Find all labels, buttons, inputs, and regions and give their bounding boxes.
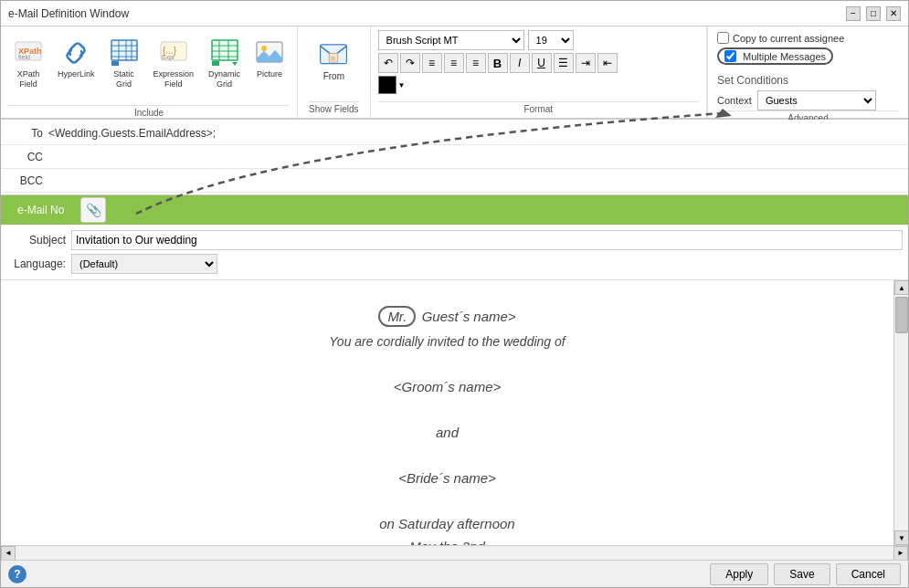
outdent-button[interactable]: ⇤ xyxy=(597,53,618,73)
to-row: To xyxy=(1,121,908,145)
cancel-button[interactable]: Cancel xyxy=(836,563,901,585)
body-line-9 xyxy=(37,493,857,509)
context-row: Context Guests xyxy=(717,90,899,110)
scroll-right-button[interactable]: ► xyxy=(893,546,908,561)
align-left-button[interactable]: ≡ xyxy=(422,53,442,73)
dynamic-grid-icon xyxy=(210,38,239,68)
save-button[interactable]: Save xyxy=(774,563,830,585)
underline-button[interactable]: U xyxy=(532,53,552,73)
svg-rect-21 xyxy=(212,61,219,66)
status-left: ? xyxy=(8,565,26,583)
static-grid-label: StaticGrid xyxy=(113,69,134,89)
svg-point-23 xyxy=(261,46,267,51)
italic-button[interactable]: I xyxy=(510,53,530,73)
email-body-content-area[interactable]: Mr. Guest´s name> You are cordially invi… xyxy=(1,280,893,545)
to-input[interactable] xyxy=(48,123,903,143)
color-picker[interactable]: ▼ xyxy=(378,76,406,94)
body-line-6: and xyxy=(37,425,857,440)
svg-rect-3 xyxy=(111,40,137,60)
font-dropdown[interactable]: Brush Script MT xyxy=(378,30,524,50)
bold-button[interactable]: B xyxy=(488,53,508,73)
static-grid-tool[interactable]: StaticGrid xyxy=(104,36,144,92)
expression-field-icon: {...} Expr xyxy=(159,38,188,68)
email-body-content: Mr. Guest´s name> You are cordially invi… xyxy=(1,280,893,545)
h-scroll-track xyxy=(16,548,893,559)
apply-button[interactable]: Apply xyxy=(710,563,768,585)
xpath-field-label: XPathField xyxy=(17,69,40,89)
svg-text:⊞: ⊞ xyxy=(331,55,335,61)
svg-rect-10 xyxy=(111,61,119,66)
minimize-button[interactable]: − xyxy=(846,6,861,21)
font-size-dropdown[interactable]: 19 xyxy=(528,30,574,50)
attachment-button[interactable]: 📎 xyxy=(80,197,106,223)
format-row-font: Brush Script MT 19 xyxy=(378,30,699,50)
align-center-button[interactable]: ≡ xyxy=(444,53,464,73)
redo-button[interactable]: ↷ xyxy=(400,53,420,73)
format-row-buttons: ↶ ↷ ≡ ≡ ≡ B I U ☰ ⇥ ⇤ xyxy=(378,53,699,73)
copy-assignee-checkbox[interactable] xyxy=(717,32,729,44)
ribbon-include-section: XPath field XPathField xyxy=(1,26,298,118)
window-title: e-Mail Definition Window xyxy=(8,7,129,20)
set-conditions-link[interactable]: Set Conditions xyxy=(717,74,899,87)
body-line-11: May the 2nd xyxy=(37,539,857,545)
maximize-button[interactable]: □ xyxy=(866,6,881,21)
email-no-tab: e-Mail No xyxy=(8,204,73,216)
cc-label: CC xyxy=(6,151,43,163)
cc-input[interactable] xyxy=(48,147,903,167)
email-fields: To CC BCC xyxy=(1,120,908,195)
format-section: Brush Script MT 19 ↶ ↷ ≡ ≡ ≡ B I U ☰ xyxy=(371,26,707,118)
static-grid-icon xyxy=(110,38,139,68)
bcc-label: BCC xyxy=(6,174,43,187)
subject-label: Subject xyxy=(6,234,66,247)
status-right: Apply Save Cancel xyxy=(710,563,901,585)
context-dropdown[interactable]: Guests xyxy=(757,90,876,110)
body-line-7 xyxy=(37,447,857,463)
scroll-thumb[interactable] xyxy=(895,297,908,333)
context-label: Context xyxy=(717,95,752,106)
copy-assignee-label: Copy to current assignee xyxy=(733,33,844,44)
set-conditions-container: Set Conditions Context Guests xyxy=(717,74,899,110)
picture-tool[interactable]: Picture xyxy=(249,36,290,82)
ribbon: XPath field XPathField xyxy=(1,26,908,120)
ribbon-main: XPath field XPathField xyxy=(1,26,908,118)
indent-button[interactable]: ⇥ xyxy=(576,53,596,73)
subject-input[interactable] xyxy=(71,230,903,250)
hyperlink-tool[interactable]: HyperLink xyxy=(52,36,100,82)
svg-rect-14 xyxy=(212,40,238,60)
from-label: From xyxy=(323,71,344,82)
multiple-messages-highlight: Multiple Messages xyxy=(717,47,833,65)
email-no-tab-row: e-Mail No 📎 xyxy=(1,195,908,225)
window-controls: − □ ✕ xyxy=(846,6,901,21)
expression-field-tool[interactable]: {...} Expr ExpressionField xyxy=(148,36,200,92)
list-button[interactable]: ☰ xyxy=(554,53,574,73)
multiple-messages-checkbox[interactable] xyxy=(724,50,736,62)
scroll-up-button[interactable]: ▲ xyxy=(894,280,908,295)
subject-area: Subject Language: (Default) xyxy=(1,225,908,280)
scroll-left-button[interactable]: ◄ xyxy=(1,546,16,561)
bcc-row: BCC xyxy=(1,169,908,193)
title-bar: e-Mail Definition Window − □ ✕ xyxy=(1,1,908,26)
svg-text:Expr: Expr xyxy=(162,54,175,61)
close-button[interactable]: ✕ xyxy=(886,6,901,21)
body-line-2: You are cordially invited to the wedding… xyxy=(37,334,857,349)
dynamic-grid-tool[interactable]: DynamicGrid xyxy=(203,36,246,92)
from-tool[interactable]: ⊞ From xyxy=(313,37,354,85)
include-label: Include xyxy=(8,105,290,118)
include-tools: XPath field XPathField xyxy=(8,30,290,105)
copy-assignee-row: Copy to current assignee xyxy=(717,32,899,44)
scroll-down-button[interactable]: ▼ xyxy=(894,530,908,545)
svg-marker-20 xyxy=(232,62,238,66)
bcc-input[interactable] xyxy=(48,171,903,191)
from-section: ⊞ From Show Fields xyxy=(298,26,370,118)
body-line-10: on Saturday afternoon xyxy=(37,516,857,531)
align-right-button[interactable]: ≡ xyxy=(466,53,486,73)
body-line-8: <Bride´s name> xyxy=(37,470,857,486)
language-select[interactable]: (Default) xyxy=(71,254,217,274)
help-button[interactable]: ? xyxy=(8,565,26,583)
advanced-section: Copy to current assignee Multiple Messag… xyxy=(707,26,908,118)
vertical-scrollbar[interactable]: ▲ ▼ xyxy=(893,280,908,545)
body-line-1: Mr. Guest´s name> xyxy=(37,306,857,327)
horizontal-scrollbar[interactable]: ◄ ► xyxy=(1,545,908,560)
undo-button[interactable]: ↶ xyxy=(378,53,398,73)
xpath-field-tool[interactable]: XPath field XPathField xyxy=(8,36,48,92)
